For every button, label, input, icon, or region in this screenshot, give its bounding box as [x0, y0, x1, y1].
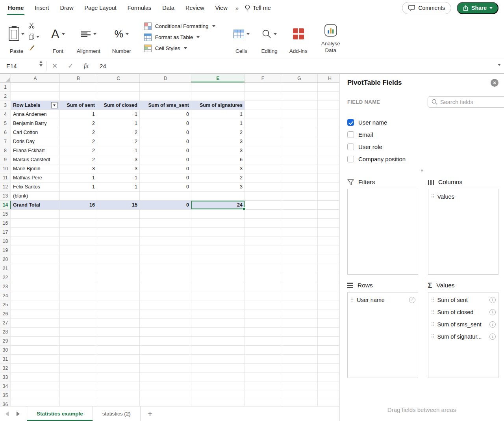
row-header-19[interactable]: 19 — [0, 246, 11, 255]
addins-group[interactable]: Add-ins — [284, 18, 313, 56]
cell-G25[interactable] — [281, 300, 318, 309]
cell-G2[interactable] — [281, 92, 318, 101]
cell-A14[interactable]: Grand Total — [11, 201, 60, 210]
cell-G27[interactable] — [281, 319, 318, 328]
cell-C7[interactable]: 2 — [97, 137, 140, 146]
cell-D5[interactable]: 0 — [140, 119, 191, 128]
add-sheet-button[interactable]: + — [141, 406, 159, 421]
info-icon[interactable]: i — [489, 321, 496, 328]
cell-F6[interactable] — [245, 128, 281, 137]
paste-button[interactable] — [9, 20, 24, 48]
cell-G29[interactable] — [281, 337, 318, 346]
cell-D17[interactable] — [140, 228, 191, 237]
cell-D31[interactable] — [140, 355, 191, 364]
cell-D20[interactable] — [140, 255, 191, 264]
close-icon[interactable]: ✕ — [491, 79, 498, 87]
cell-G34[interactable] — [281, 382, 318, 391]
row-header-36[interactable]: 36 — [0, 400, 11, 406]
cell-A33[interactable] — [11, 373, 60, 382]
cell-B11[interactable]: 1 — [60, 173, 97, 183]
name-box-stepper[interactable] — [39, 61, 43, 67]
cell-D34[interactable] — [140, 382, 191, 391]
cell-H26[interactable] — [318, 309, 339, 319]
cell-C4[interactable]: 1 — [97, 110, 140, 119]
cell-C9[interactable]: 3 — [97, 155, 140, 164]
cell-E20[interactable] — [191, 255, 245, 264]
cell-C36[interactable] — [97, 400, 140, 406]
cell-D8[interactable]: 0 — [140, 146, 191, 155]
cell-C26[interactable] — [97, 309, 140, 319]
alignment-dropdown-caret[interactable] — [93, 33, 96, 35]
cell-B34[interactable] — [60, 382, 97, 391]
cell-G24[interactable] — [281, 291, 318, 300]
cell-C5[interactable]: 1 — [97, 119, 140, 128]
cell-D11[interactable]: 0 — [140, 173, 191, 183]
cell-D9[interactable]: 0 — [140, 155, 191, 164]
cell-F25[interactable] — [245, 300, 281, 309]
cell-C30[interactable] — [97, 346, 140, 355]
cell-G32[interactable] — [281, 364, 318, 373]
cell-B9[interactable]: 2 — [60, 155, 97, 164]
cell-C20[interactable] — [97, 255, 140, 264]
cell-G20[interactable] — [281, 255, 318, 264]
cell-A27[interactable] — [11, 319, 60, 328]
cell-F17[interactable] — [245, 228, 281, 237]
cell-F16[interactable] — [245, 219, 281, 228]
cell-C18[interactable] — [97, 237, 140, 246]
cell-C24[interactable] — [97, 291, 140, 300]
cell-H30[interactable] — [318, 346, 339, 355]
cell-B19[interactable] — [60, 246, 97, 255]
cell-B16[interactable] — [60, 219, 97, 228]
row-header-18[interactable]: 18 — [0, 237, 11, 246]
editing-group[interactable]: Editing — [256, 18, 284, 56]
cell-A5[interactable]: Benjamin Barry — [11, 119, 60, 128]
cell-F29[interactable] — [245, 337, 281, 346]
cell-C31[interactable] — [97, 355, 140, 364]
cell-A21[interactable] — [11, 264, 60, 273]
cell-H22[interactable] — [318, 273, 339, 282]
search-fields-input[interactable]: Search fields — [428, 96, 504, 108]
cell-A8[interactable]: Eliana Eckhart — [11, 146, 60, 155]
cell-F1[interactable] — [245, 83, 281, 92]
cell-B33[interactable] — [60, 373, 97, 382]
row-header-11[interactable]: 11 — [0, 173, 11, 183]
cell-E30[interactable] — [191, 346, 245, 355]
cell-A3[interactable]: Row Labels — [11, 101, 60, 110]
cell-G13[interactable] — [281, 192, 318, 201]
cell-G30[interactable] — [281, 346, 318, 355]
cell-A29[interactable] — [11, 337, 60, 346]
cell-D6[interactable]: 0 — [140, 128, 191, 137]
row-header-14[interactable]: 14 — [0, 201, 11, 210]
row-header-33[interactable]: 33 — [0, 373, 11, 382]
cell-H21[interactable] — [318, 264, 339, 273]
column-header-C[interactable]: C — [97, 74, 140, 82]
cell-H35[interactable] — [318, 391, 339, 400]
cell-F18[interactable] — [245, 237, 281, 246]
previous-sheet-icon[interactable] — [6, 412, 9, 416]
cell-A30[interactable] — [11, 346, 60, 355]
cell-C28[interactable] — [97, 328, 140, 337]
checkbox-email[interactable] — [347, 131, 354, 138]
cell-H1[interactable] — [318, 83, 339, 92]
name-box[interactable]: E14 — [0, 58, 46, 73]
cell-C13[interactable] — [97, 192, 140, 201]
cell-F22[interactable] — [245, 273, 281, 282]
cell-F36[interactable] — [245, 400, 281, 406]
select-all-corner[interactable] — [0, 74, 11, 82]
cell-H7[interactable] — [318, 137, 339, 146]
alignment-group[interactable]: Alignment — [71, 18, 106, 56]
cell-D24[interactable] — [140, 291, 191, 300]
cell-E6[interactable]: 2 — [191, 128, 245, 137]
cell-D18[interactable] — [140, 237, 191, 246]
cell-H8[interactable] — [318, 146, 339, 155]
cell-C29[interactable] — [97, 337, 140, 346]
row-header-17[interactable]: 17 — [0, 228, 11, 237]
cell-B15[interactable] — [60, 210, 97, 219]
column-header-B[interactable]: B — [60, 74, 97, 82]
cell-E35[interactable] — [191, 391, 245, 400]
cell-B22[interactable] — [60, 273, 97, 282]
cell-C32[interactable] — [97, 364, 140, 373]
cell-H32[interactable] — [318, 364, 339, 373]
column-header-E[interactable]: E — [191, 74, 245, 82]
cell-E19[interactable] — [191, 246, 245, 255]
